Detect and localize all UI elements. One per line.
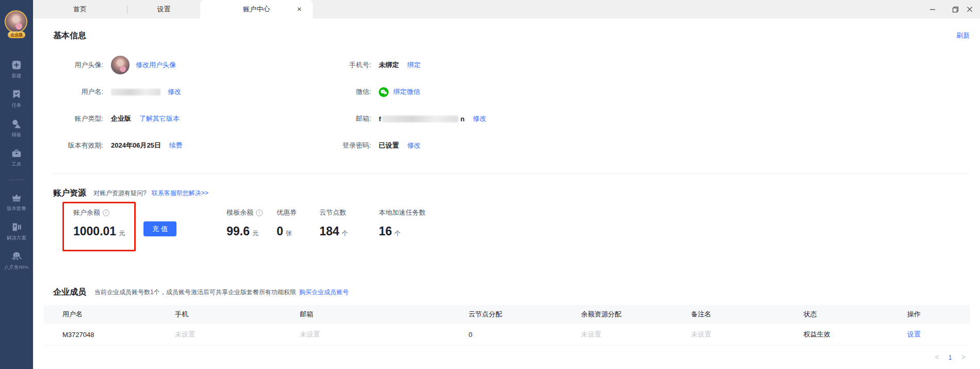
sidebar-item-label: 版本套餐 [7,205,26,212]
balance-value: 1000.01 [73,224,116,238]
next-page-icon[interactable]: > [961,353,966,361]
sidebar-item-solutions[interactable]: 解决方案 [0,217,33,246]
cloud-nodes-unit: 个 [342,230,348,237]
row-username: 用户名: 修改 [53,78,330,105]
buy-member-account-link[interactable]: 购买企业成员账号 [299,288,349,297]
tab-label: 账户中心 [243,5,270,14]
contact-support-link[interactable]: 联系客服帮您解决>> [152,189,208,198]
prev-page-icon[interactable]: < [935,353,939,361]
row-settings-link[interactable]: 设置 [907,330,970,339]
resources-row: 账户余额 i 1000.01元 充值 模板余额 i 99.6元 优惠券 0张 [53,205,970,262]
page-number[interactable]: 1 [949,354,952,361]
sidebar-divider [9,180,24,180]
resources-title: 账户资源 [53,188,86,199]
sidebar-item-rpa[interactable]: 八爪鱼RPA [0,246,33,276]
edit-username-link[interactable]: 修改 [168,87,181,97]
tab-account-center[interactable]: 账户中心 ✕ [200,0,313,19]
row-email: 邮箱: f n 修改 [330,105,970,132]
local-boost-value: 16 [379,224,392,238]
resource-label: 云节点数 [319,208,346,217]
change-avatar-link[interactable]: 修改用户头像 [136,60,176,70]
sidebar: 企业版 新建 任务 模板 工具 [0,0,33,369]
account-center-page: 基本信息 刷新 用户头像: 修改用户头像 用户名: 修改 账户类型: 企业版 了… [33,19,980,369]
template-balance-unit: 元 [252,230,259,237]
col-username: 用户名 [62,310,175,319]
col-remark: 备注名 [691,310,804,319]
cell-cloud-nodes: 0 [469,331,581,339]
col-status: 状态 [804,310,907,319]
field-label: 用户名: [53,87,103,97]
avatar-image [5,10,27,33]
resource-cloud-nodes: 云节点数 184个 [319,208,348,238]
crown-icon [11,192,22,203]
col-email: 邮箱 [300,310,469,319]
coupons-unit: 张 [286,230,292,237]
plus-square-icon [11,59,22,71]
bind-wechat-link[interactable]: 绑定微信 [393,87,420,97]
sidebar-item-templates[interactable]: 模板 [0,114,33,143]
section-divider [53,173,970,174]
plan-badge: 企业版 [8,31,25,38]
basic-info-grid: 用户头像: 修改用户头像 用户名: 修改 账户类型: 企业版 了解其它版本 版本… [53,52,970,159]
email-prefix: f [379,115,381,123]
resources-question: 对账户资源有疑问? [93,189,147,198]
field-label: 登录密码: [330,141,371,150]
refresh-link[interactable]: 刷新 [956,31,970,40]
octopus-icon [11,251,22,262]
edit-email-link[interactable]: 修改 [473,114,486,123]
row-password: 登录密码: 已设置 修改 [330,132,970,159]
resource-label: 模板余额 [227,208,253,217]
user-avatar[interactable]: 企业版 [5,10,28,37]
sidebar-item-tasks[interactable]: 任务 [0,84,33,114]
resource-label: 本地加速任务数 [379,208,426,217]
cloud-nodes-value: 184 [319,224,339,238]
recharge-button[interactable]: 充值 [143,221,176,236]
minimize-button[interactable] [921,0,944,19]
tab-bar: 首页 设置 账户中心 ✕ [33,0,980,19]
cell-status: 权益生效 [804,330,907,339]
field-label: 微信: [330,87,371,97]
renew-link[interactable]: 续费 [169,141,183,150]
members-table: 用户名 手机 邮箱 云节点分配 余额资源分配 备注名 状态 操作 M372704… [44,305,970,346]
info-icon[interactable]: i [103,210,109,216]
phone-status-value: 未绑定 [379,60,399,70]
cell-phone: 未设置 [175,330,300,339]
members-title: 企业成员 [53,287,86,298]
sidebar-item-tools[interactable]: 工具 [0,143,33,172]
close-button[interactable] [967,0,980,19]
account-type-value: 企业版 [111,114,131,123]
col-phone: 手机 [175,310,300,319]
restore-button[interactable] [944,0,967,19]
expiry-date-value: 2024年06月25日 [111,141,161,150]
email-suffix: n [460,115,464,123]
cell-email: 未设置 [300,330,469,339]
row-wechat: 微信: 绑定微信 [330,78,970,105]
resource-local-boost-tasks: 本地加速任务数 16个 [379,208,426,238]
local-boost-unit: 个 [395,230,401,237]
field-label: 用户头像: [53,60,103,70]
bind-phone-link[interactable]: 绑定 [407,60,421,70]
sidebar-item-new[interactable]: 新建 [0,55,33,84]
tab-home[interactable]: 首页 [33,0,127,19]
sidebar-item-label: 任务 [12,102,22,108]
other-versions-link[interactable]: 了解其它版本 [139,114,180,123]
info-icon[interactable]: i [256,210,263,216]
briefcase-icon [11,148,22,159]
field-label: 邮箱: [330,114,371,123]
email-masked-value [382,116,458,122]
resource-account-balance: 账户余额 i 1000.01元 [73,208,125,238]
resource-label: 优惠券 [277,208,297,217]
table-header-row: 用户名 手机 邮箱 云节点分配 余额资源分配 备注名 状态 操作 [44,305,970,324]
template-balance-value: 99.6 [227,224,250,238]
balance-unit: 元 [119,230,125,237]
sidebar-item-plans[interactable]: 版本套餐 [0,187,33,217]
resource-template-balance: 模板余额 i 99.6元 [227,208,263,238]
tab-label: 首页 [73,5,87,14]
edit-password-link[interactable]: 修改 [407,141,421,150]
tab-settings[interactable]: 设置 [127,0,200,19]
basic-info-title: 基本信息 [53,30,86,41]
tab-close-icon[interactable]: ✕ [295,5,303,13]
row-account-type: 账户类型: 企业版 了解其它版本 [53,105,330,132]
window-controls [921,0,980,19]
members-note: 当前企业成员账号数1个，成员账号激活后可共享企业版套餐所有功能权限 [94,288,296,297]
